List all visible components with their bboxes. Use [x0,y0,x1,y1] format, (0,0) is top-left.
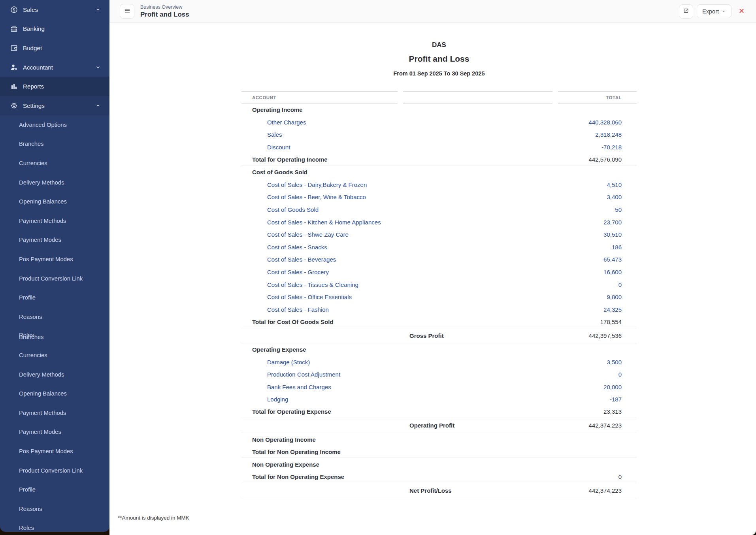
sidebar-item-payment-modes[interactable]: Payment Modes [0,230,109,250]
account-link[interactable]: Cost of Sales - Grocery [267,269,329,275]
account-link[interactable]: Cost of Sales - Beer, Wine & Tobacco [267,194,366,200]
sidebar-item-profile[interactable]: Profile [0,480,109,499]
row-total: 3,400 [607,194,622,200]
account-link[interactable]: Cost of Sales - Kitchen & Home Appliance… [267,219,381,226]
sidebar-item-budget[interactable]: Budget [0,38,109,58]
report-date-range: From 01 Sep 2025 To 30 Sep 2025 [241,70,637,77]
row-label: Total for Operating Expense [252,408,331,415]
row-total: 0 [618,473,622,480]
report-row-cost-of-goods-sold: Cost of Goods Sold50 [241,203,637,216]
account-link[interactable]: Damage (Stock) [267,359,310,365]
close-button[interactable] [738,8,745,15]
row-total: 0 [618,281,622,288]
sidebar-item-label: Reports [23,83,44,90]
export-button[interactable]: Export [697,4,731,18]
account-link[interactable]: Lodging [267,396,288,403]
report-content: DAS Profit and Loss From 01 Sep 2025 To … [109,23,756,535]
sidebar-item-reasons[interactable]: Reasons [0,307,109,327]
account-link[interactable]: Other Charges [267,119,306,126]
row-label: Gross Profit [409,332,444,339]
report-row-total-for-operating-expense: Total for Operating Expense23,313 [241,406,637,418]
row-label: Total for Non Operating Expense [252,473,344,480]
row-total: 442,576,090 [589,156,622,163]
report-row-lodging: Lodging-187 [241,393,637,406]
sidebar-item-pos-payment-modes[interactable]: Pos Payment Modes [0,250,109,269]
report-row-total-for-cost-of-goods-sold: Total for Cost Of Goods Sold178,554 [241,316,637,328]
sidebar-item-delivery-methods[interactable]: Delivery Methods [0,173,109,192]
app-root: SalesBankingBudgetAccountantReportsSetti… [0,0,756,535]
sidebar-item-roles-branches-overlap[interactable]: RolesBranches [0,326,109,346]
sidebar-item-product-conversion-link[interactable]: Product Conversion Link [0,269,109,288]
sidebar-item-accountant[interactable]: Accountant [0,58,109,77]
row-total: 2,318,248 [595,131,622,138]
sidebar-item-opening-balances[interactable]: Opening Balances [0,192,109,211]
sidebar-item-advanced-options[interactable]: Advanced Options [0,115,109,135]
sidebar-item-currencies[interactable]: Currencies [0,154,109,173]
row-label: Cost of Goods Sold [252,169,307,175]
report-row-discount: Discount-70,218 [241,141,637,154]
account-link[interactable]: Cost of Goods Sold [267,206,319,213]
sidebar-item-banking[interactable]: Banking [0,19,109,39]
bank-icon [10,24,18,33]
report-row-cost-of-sales-fashion: Cost of Sales - Fashion24,325 [241,303,637,316]
sidebar-item-payment-methods[interactable]: Payment Methods [0,211,109,231]
row-total: 440,328,060 [589,119,622,126]
sidebar-item-currencies[interactable]: Currencies [0,346,109,365]
account-link[interactable]: Cost of Sales - Snacks [267,244,327,251]
sidebar-item-label: Banking [23,25,45,32]
account-link[interactable]: Cost of Sales - Shwe Zay Care [267,231,349,238]
row-total: 178,554 [600,318,622,325]
sidebar-item-reasons[interactable]: Reasons [0,499,109,518]
account-link[interactable]: Cost of Sales - Dairy,Bakery & Frozen [267,181,367,188]
report-row-cost-of-sales-office-essentials: Cost of Sales - Office Essentials9,800 [241,291,637,303]
open-external-button[interactable] [679,4,693,19]
page-title-block: Business Overview Profit and Loss [140,4,189,19]
column-header-middle [403,91,552,104]
row-label: Operating Income [252,106,303,113]
sidebar-item-reports[interactable]: Reports [0,77,109,96]
report-row-cost-of-sales-grocery: Cost of Sales - Grocery16,600 [241,266,637,279]
sidebar-item-label: Settings [23,102,45,109]
budget-icon [10,44,18,52]
sidebar-item-delivery-methods[interactable]: Delivery Methods [0,365,109,384]
sidebar-item-product-conversion-link[interactable]: Product Conversion Link [0,461,109,480]
sidebar-item-payment-modes[interactable]: Payment Modes [0,422,109,442]
sidebar-item-payment-methods[interactable]: Payment Methods [0,403,109,422]
page-title: Profit and Loss [140,11,189,19]
row-label: Operating Profit [409,422,454,429]
account-link[interactable]: Discount [267,144,290,151]
reports-icon [10,82,18,90]
chevron-down-icon [95,64,101,70]
account-link[interactable]: Sales [267,131,282,138]
account-link[interactable]: Production Cost Adjustment [267,371,340,378]
account-link[interactable]: Cost of Sales - Office Essentials [267,294,352,300]
table-header-row: ACCOUNT TOTAL [241,91,637,104]
sidebar-item-pos-payment-modes[interactable]: Pos Payment Modes [0,442,109,461]
gear-icon [10,102,18,110]
report-row-gross-profit: Gross Profit442,397,536 [241,328,637,343]
account-link[interactable]: Cost of Sales - Beverages [267,256,336,263]
sidebar-item-opening-balances[interactable]: Opening Balances [0,384,109,403]
report-row-cost-of-sales-kitchen-home-appliances: Cost of Sales - Kitchen & Home Appliance… [241,216,637,228]
row-total: 4,510 [607,181,622,188]
row-total: 50 [615,206,622,213]
breadcrumb: Business Overview [140,4,189,10]
sidebar-item-roles[interactable]: Roles [0,518,109,532]
table-body: Operating IncomeOther Charges440,328,060… [241,104,637,498]
report-row-cost-of-sales-snacks: Cost of Sales - Snacks186 [241,241,637,254]
account-link[interactable]: Bank Fees and Charges [267,384,331,390]
sidebar-item-profile[interactable]: Profile [0,288,109,307]
report-row-cost-of-sales-dairy-bakery-frozen: Cost of Sales - Dairy,Bakery & Frozen4,5… [241,179,637,191]
sidebar-item-settings[interactable]: Settings [0,96,109,115]
row-label: Total for Cost Of Goods Sold [252,318,334,325]
report-title: Profit and Loss [241,54,637,64]
sidebar-item-sales[interactable]: Sales [0,0,109,19]
hamburger-menu-button[interactable] [120,4,134,19]
sales-icon [10,6,18,14]
row-total: 30,510 [603,231,622,238]
account-link[interactable]: Cost of Sales - Tissues & Cleaning [267,281,358,288]
account-link[interactable]: Cost of Sales - Fashion [267,306,329,313]
sidebar-item-branches[interactable]: Branches [0,134,109,154]
report-row-operating-expense: Operating Expense [241,343,637,356]
row-label: Operating Expense [252,346,306,353]
